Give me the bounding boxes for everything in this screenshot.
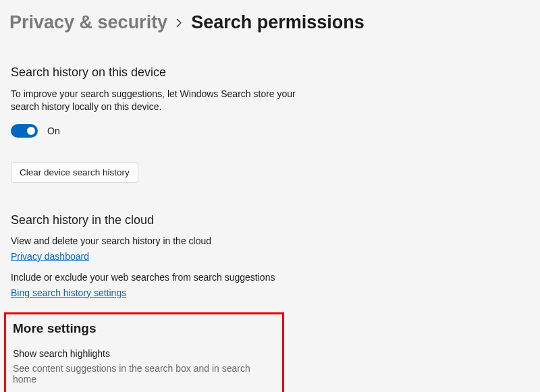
history-device-desc: To improve your search suggestions, let … [11, 88, 301, 113]
breadcrumb-parent[interactable]: Privacy & security [9, 12, 167, 33]
cloud-line1: View and delete your search history in t… [11, 235, 529, 246]
history-device-heading: Search history on this device [11, 65, 529, 80]
bing-history-link[interactable]: Bing search history settings [11, 287, 126, 298]
more-settings-highlight-box: More settings Show search highlights See… [4, 312, 284, 392]
breadcrumb-current: Search permissions [191, 12, 364, 33]
more-settings-heading: More settings [13, 321, 275, 336]
clear-history-button[interactable]: Clear device search history [11, 162, 138, 183]
history-device-toggle-label: On [47, 125, 60, 136]
privacy-dashboard-link[interactable]: Privacy dashboard [11, 251, 89, 262]
history-device-toggle[interactable] [11, 124, 38, 138]
chevron-right-icon [176, 17, 183, 31]
search-highlights-label: Show search highlights [13, 348, 275, 359]
history-cloud-heading: Search history in the cloud [11, 213, 529, 227]
breadcrumb: Privacy & security Search permissions [0, 0, 540, 36]
search-highlights-desc: See content suggestions in the search bo… [13, 363, 275, 385]
cloud-line2: Include or exclude your web searches fro… [11, 272, 529, 283]
